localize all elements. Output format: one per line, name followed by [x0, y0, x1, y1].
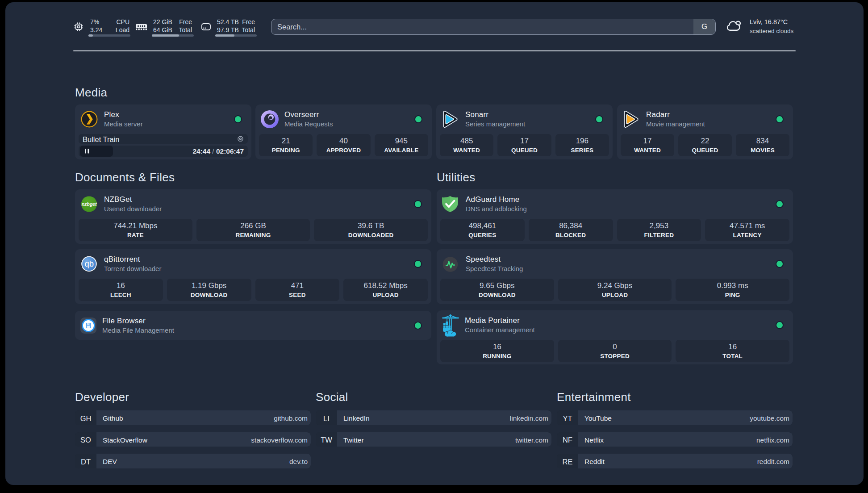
svg-text:nzbget: nzbget	[82, 201, 97, 207]
svg-text:qb: qb	[85, 259, 94, 268]
